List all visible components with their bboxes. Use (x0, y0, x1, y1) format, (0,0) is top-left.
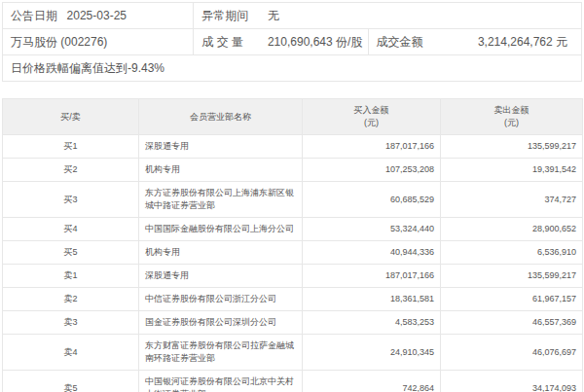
buy-amount-cell: 24,910,345 (303, 335, 441, 371)
col-header-branch: 会员营业部名称 (139, 99, 303, 135)
table-row: 卖3 国金证券股份有限公司深圳分公司 4,583,253 46,557,369 (3, 311, 583, 335)
sell-amount-cell: 61,967,157 (441, 288, 583, 311)
buy-header-unit: (元) (364, 118, 379, 127)
summary-row-date: 公告日期 2025-03-25 异常期间 无 (3, 3, 582, 29)
branch-cell: 机构专用 (139, 241, 303, 265)
rank-cell: 卖1 (3, 265, 139, 288)
sell-amount-cell: 28,900,652 (441, 218, 583, 241)
announce-date-value: 2025-03-25 (59, 3, 194, 29)
branch-cell: 东方证券股份有限公司上海浦东新区银城中路证券营业部 (139, 182, 303, 218)
lhb-page: 公告日期 2025-03-25 异常期间 无 万马股份 (002276) 成 交… (0, 0, 584, 392)
table-header-row: 买/卖 会员营业部名称 买入金额 (元) 卖出金额 (元) (3, 99, 583, 135)
table-row: 买2 机构专用 107,253,208 19,391,542 (3, 159, 583, 182)
buy-amount-cell: 107,253,208 (303, 159, 441, 182)
summary-row-volume: 万马股份 (002276) 成 交 量 210,690,643 份/股 成交金额… (3, 29, 582, 55)
table-row: 卖1 深股通专用 187,017,166 135,599,217 (3, 265, 583, 288)
rank-cell: 卖5 (3, 371, 139, 392)
branch-cell: 中信证券股份有限公司浙江分公司 (139, 288, 303, 311)
branch-cell: 国金证券股份有限公司深圳分公司 (139, 311, 303, 335)
branch-cell: 深股通专用 (139, 135, 303, 159)
sell-amount-cell: 34,174,093 (441, 371, 583, 392)
buy-amount-cell: 53,324,440 (303, 218, 441, 241)
sell-amount-cell: 135,599,217 (441, 135, 583, 159)
abnormal-period-label: 异常期间 (194, 3, 260, 29)
table-row: 买4 中国国际金融股份有限公司上海分公司 53,324,440 28,900,6… (3, 218, 583, 241)
turnover-label: 成交金额 (368, 29, 465, 55)
rank-cell: 买3 (3, 182, 139, 218)
branch-cell: 中国国际金融股份有限公司上海分公司 (139, 218, 303, 241)
sell-amount-cell: 135,599,217 (441, 265, 583, 288)
col-header-sell: 卖出金额 (元) (441, 99, 583, 135)
stock-summary-table: 公告日期 2025-03-25 异常期间 无 万马股份 (002276) 成 交… (2, 2, 582, 82)
broker-seats-table: 买/卖 会员营业部名称 买入金额 (元) 卖出金额 (元) 买1 深股通专用 1… (2, 98, 583, 392)
sell-amount-cell: 46,557,369 (441, 311, 583, 335)
sell-amount-cell: 374,727 (441, 182, 583, 218)
rank-cell: 卖2 (3, 288, 139, 311)
buy-amount-cell: 187,017,166 (303, 135, 441, 159)
rank-cell: 卖4 (3, 335, 139, 371)
turnover-value: 3,214,264,762 元 (465, 29, 581, 55)
buy-amount-cell: 742,864 (303, 371, 441, 392)
abnormal-period-value: 无 (260, 3, 582, 29)
rank-cell: 买5 (3, 241, 139, 265)
buy-amount-cell: 4,583,253 (303, 311, 441, 335)
summary-row-reason: 日价格跌幅偏离值达到-9.43% (3, 55, 582, 82)
sell-amount-cell: 46,076,697 (441, 335, 583, 371)
rank-cell: 卖3 (3, 311, 139, 335)
buy-amount-cell: 60,685,529 (303, 182, 441, 218)
col-header-side: 买/卖 (3, 99, 139, 135)
buy-header-title: 买入金额 (354, 105, 389, 115)
sell-amount-cell: 19,391,542 (441, 159, 583, 182)
listing-reason: 日价格跌幅偏离值达到-9.43% (3, 55, 582, 82)
table-row: 买5 机构专用 40,944,336 6,536,910 (3, 241, 583, 265)
sell-header-title: 卖出金额 (494, 105, 529, 115)
announce-date-label: 公告日期 (3, 3, 59, 29)
sell-amount-cell: 6,536,910 (441, 241, 583, 265)
col-header-buy: 买入金额 (元) (303, 99, 441, 135)
branch-cell: 东方财富证券股份有限公司拉萨金融城南环路证券营业部 (139, 335, 303, 371)
stock-name: 万马股份 (002276) (3, 29, 194, 55)
volume-label: 成 交 量 (194, 29, 260, 55)
rank-cell: 买4 (3, 218, 139, 241)
table-row: 卖4 东方财富证券股份有限公司拉萨金融城南环路证券营业部 24,910,345 … (3, 335, 583, 371)
sell-header-unit: (元) (504, 118, 519, 127)
volume-value: 210,690,643 份/股 (260, 29, 368, 55)
rank-cell: 买1 (3, 135, 139, 159)
buy-amount-cell: 187,017,166 (303, 265, 441, 288)
buy-amount-cell: 18,361,581 (303, 288, 441, 311)
buy-amount-cell: 40,944,336 (303, 241, 441, 265)
branch-cell: 机构专用 (139, 159, 303, 182)
table-row: 买3 东方证券股份有限公司上海浦东新区银城中路证券营业部 60,685,529 … (3, 182, 583, 218)
table-row: 卖2 中信证券股份有限公司浙江分公司 18,361,581 61,967,157 (3, 288, 583, 311)
branch-cell: 中国银河证券股份有限公司北京中关村大街证券营业部 (139, 371, 303, 392)
branch-cell: 深股通专用 (139, 265, 303, 288)
table-row: 买1 深股通专用 187,017,166 135,599,217 (3, 135, 583, 159)
rank-cell: 买2 (3, 159, 139, 182)
table-row: 卖5 中国银河证券股份有限公司北京中关村大街证券营业部 742,864 34,1… (3, 371, 583, 392)
